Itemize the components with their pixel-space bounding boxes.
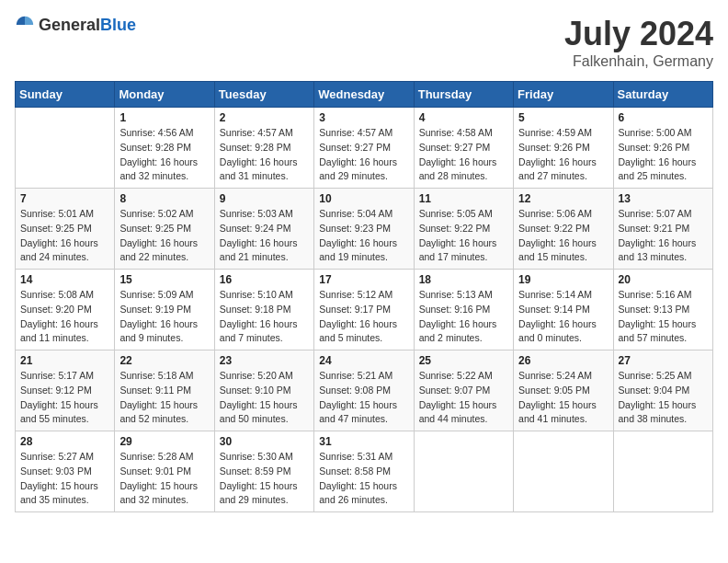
day-number: 27 <box>619 354 708 367</box>
calendar-week-row: 14Sunrise: 5:08 AM Sunset: 9:20 PM Dayli… <box>16 270 713 350</box>
day-number: 29 <box>119 435 209 448</box>
day-info: Sunrise: 5:10 AM Sunset: 9:18 PM Dayligh… <box>220 288 309 346</box>
day-info: Sunrise: 5:14 AM Sunset: 9:14 PM Dayligh… <box>518 288 608 346</box>
calendar-cell: 26Sunrise: 5:24 AM Sunset: 9:05 PM Dayli… <box>514 350 613 431</box>
calendar-table: SundayMondayTuesdayWednesdayThursdayFrid… <box>15 81 713 512</box>
calendar-cell <box>514 431 613 512</box>
day-number: 8 <box>119 192 209 205</box>
day-info: Sunrise: 5:02 AM Sunset: 9:25 PM Dayligh… <box>119 207 209 265</box>
calendar-week-row: 7Sunrise: 5:01 AM Sunset: 9:25 PM Daylig… <box>16 189 713 270</box>
day-number: 6 <box>619 111 708 124</box>
calendar-cell: 20Sunrise: 5:16 AM Sunset: 9:13 PM Dayli… <box>613 270 712 350</box>
logo-general-text: General <box>39 16 100 34</box>
calendar-cell: 23Sunrise: 5:20 AM Sunset: 9:10 PM Dayli… <box>214 350 313 431</box>
calendar-cell: 19Sunrise: 5:14 AM Sunset: 9:14 PM Dayli… <box>514 270 613 350</box>
calendar-cell: 30Sunrise: 5:30 AM Sunset: 8:59 PM Dayli… <box>214 431 313 512</box>
day-info: Sunrise: 4:59 AM Sunset: 9:26 PM Dayligh… <box>518 126 608 184</box>
day-info: Sunrise: 5:08 AM Sunset: 9:20 PM Dayligh… <box>20 288 109 346</box>
calendar-cell: 11Sunrise: 5:05 AM Sunset: 9:22 PM Dayli… <box>414 189 513 270</box>
day-number: 17 <box>319 273 408 286</box>
day-info: Sunrise: 5:18 AM Sunset: 9:11 PM Dayligh… <box>119 369 209 427</box>
day-info: Sunrise: 5:20 AM Sunset: 9:10 PM Dayligh… <box>220 369 309 427</box>
weekday-header-monday: Monday <box>115 82 214 108</box>
day-number: 24 <box>319 354 408 367</box>
day-number: 4 <box>419 111 508 124</box>
day-number: 3 <box>319 111 408 124</box>
day-info: Sunrise: 5:21 AM Sunset: 9:08 PM Dayligh… <box>319 369 408 427</box>
day-number: 12 <box>518 192 608 205</box>
day-info: Sunrise: 5:30 AM Sunset: 8:59 PM Dayligh… <box>220 450 309 508</box>
day-number: 2 <box>220 111 309 124</box>
day-number: 31 <box>319 435 408 448</box>
calendar-cell: 18Sunrise: 5:13 AM Sunset: 9:16 PM Dayli… <box>414 270 513 350</box>
weekday-header-row: SundayMondayTuesdayWednesdayThursdayFrid… <box>16 82 713 108</box>
calendar-cell: 13Sunrise: 5:07 AM Sunset: 9:21 PM Dayli… <box>613 189 712 270</box>
day-number: 10 <box>319 192 408 205</box>
day-info: Sunrise: 5:01 AM Sunset: 9:25 PM Dayligh… <box>20 207 109 265</box>
calendar-cell: 15Sunrise: 5:09 AM Sunset: 9:19 PM Dayli… <box>115 270 214 350</box>
day-number: 16 <box>220 273 309 286</box>
day-info: Sunrise: 5:06 AM Sunset: 9:22 PM Dayligh… <box>518 207 608 265</box>
page-header: GeneralBlue July 2024 Falkenhain, German… <box>15 15 713 70</box>
calendar-cell: 16Sunrise: 5:10 AM Sunset: 9:18 PM Dayli… <box>214 270 313 350</box>
day-number: 5 <box>518 111 608 124</box>
day-info: Sunrise: 5:22 AM Sunset: 9:07 PM Dayligh… <box>419 369 508 427</box>
weekday-header-thursday: Thursday <box>414 82 513 108</box>
calendar-cell: 10Sunrise: 5:04 AM Sunset: 9:23 PM Dayli… <box>314 189 414 270</box>
calendar-cell: 21Sunrise: 5:17 AM Sunset: 9:12 PM Dayli… <box>16 350 115 431</box>
weekday-header-sunday: Sunday <box>16 82 115 108</box>
weekday-header-saturday: Saturday <box>613 82 712 108</box>
day-info: Sunrise: 5:17 AM Sunset: 9:12 PM Dayligh… <box>20 369 109 427</box>
calendar-cell: 8Sunrise: 5:02 AM Sunset: 9:25 PM Daylig… <box>115 189 214 270</box>
calendar-cell: 31Sunrise: 5:31 AM Sunset: 8:58 PM Dayli… <box>314 431 414 512</box>
day-info: Sunrise: 5:05 AM Sunset: 9:22 PM Dayligh… <box>419 207 508 265</box>
day-number: 28 <box>20 435 109 448</box>
day-number: 1 <box>119 111 209 124</box>
calendar-cell: 22Sunrise: 5:18 AM Sunset: 9:11 PM Dayli… <box>115 350 214 431</box>
day-number: 23 <box>220 354 309 367</box>
weekday-header-friday: Friday <box>514 82 613 108</box>
day-number: 25 <box>419 354 508 367</box>
calendar-cell <box>16 108 115 189</box>
calendar-cell: 24Sunrise: 5:21 AM Sunset: 9:08 PM Dayli… <box>314 350 414 431</box>
day-number: 13 <box>619 192 708 205</box>
day-info: Sunrise: 5:03 AM Sunset: 9:24 PM Dayligh… <box>220 207 309 265</box>
location-title: Falkenhain, Germany <box>564 53 713 70</box>
day-number: 15 <box>119 273 209 286</box>
calendar-week-row: 1Sunrise: 4:56 AM Sunset: 9:28 PM Daylig… <box>16 108 713 189</box>
day-info: Sunrise: 5:24 AM Sunset: 9:05 PM Dayligh… <box>518 369 608 427</box>
calendar-cell: 14Sunrise: 5:08 AM Sunset: 9:20 PM Dayli… <box>16 270 115 350</box>
day-number: 9 <box>220 192 309 205</box>
logo-icon <box>15 15 35 35</box>
day-info: Sunrise: 5:00 AM Sunset: 9:26 PM Dayligh… <box>619 126 708 184</box>
day-number: 18 <box>419 273 508 286</box>
calendar-cell: 3Sunrise: 4:57 AM Sunset: 9:27 PM Daylig… <box>314 108 414 189</box>
day-info: Sunrise: 5:09 AM Sunset: 9:19 PM Dayligh… <box>119 288 209 346</box>
calendar-cell <box>414 431 513 512</box>
calendar-cell <box>613 431 712 512</box>
day-info: Sunrise: 4:56 AM Sunset: 9:28 PM Dayligh… <box>119 126 209 184</box>
day-number: 26 <box>518 354 608 367</box>
day-info: Sunrise: 5:13 AM Sunset: 9:16 PM Dayligh… <box>419 288 508 346</box>
day-number: 30 <box>220 435 309 448</box>
calendar-cell: 4Sunrise: 4:58 AM Sunset: 9:27 PM Daylig… <box>414 108 513 189</box>
calendar-cell: 7Sunrise: 5:01 AM Sunset: 9:25 PM Daylig… <box>16 189 115 270</box>
day-info: Sunrise: 5:28 AM Sunset: 9:01 PM Dayligh… <box>119 450 209 508</box>
title-area: July 2024 Falkenhain, Germany <box>564 15 713 70</box>
calendar-cell: 17Sunrise: 5:12 AM Sunset: 9:17 PM Dayli… <box>314 270 414 350</box>
weekday-header-wednesday: Wednesday <box>314 82 414 108</box>
day-info: Sunrise: 5:25 AM Sunset: 9:04 PM Dayligh… <box>619 369 708 427</box>
calendar-cell: 29Sunrise: 5:28 AM Sunset: 9:01 PM Dayli… <box>115 431 214 512</box>
calendar-cell: 2Sunrise: 4:57 AM Sunset: 9:28 PM Daylig… <box>214 108 313 189</box>
day-info: Sunrise: 5:16 AM Sunset: 9:13 PM Dayligh… <box>619 288 708 346</box>
calendar-week-row: 28Sunrise: 5:27 AM Sunset: 9:03 PM Dayli… <box>16 431 713 512</box>
day-number: 21 <box>20 354 109 367</box>
calendar-week-row: 21Sunrise: 5:17 AM Sunset: 9:12 PM Dayli… <box>16 350 713 431</box>
day-number: 19 <box>518 273 608 286</box>
month-title: July 2024 <box>564 15 713 53</box>
calendar-cell: 12Sunrise: 5:06 AM Sunset: 9:22 PM Dayli… <box>514 189 613 270</box>
day-number: 22 <box>119 354 209 367</box>
day-number: 14 <box>20 273 109 286</box>
calendar-cell: 6Sunrise: 5:00 AM Sunset: 9:26 PM Daylig… <box>613 108 712 189</box>
day-info: Sunrise: 4:57 AM Sunset: 9:28 PM Dayligh… <box>220 126 309 184</box>
